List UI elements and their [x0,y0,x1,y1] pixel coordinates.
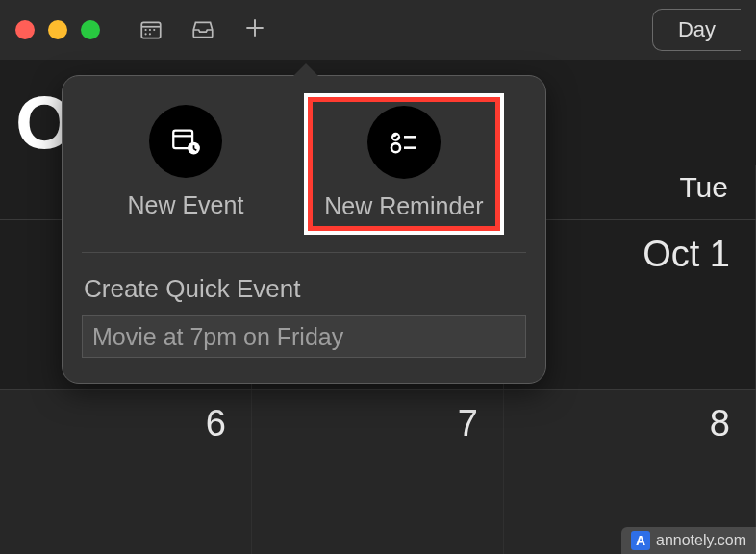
toolbar: Day [0,0,756,60]
inbox-icon[interactable] [190,17,215,42]
date-cell[interactable]: 6 [0,390,252,554]
new-event-label: New Event [127,191,243,219]
add-button[interactable] [242,15,267,44]
toolbar-icons [139,17,215,42]
calendars-icon[interactable] [139,17,164,42]
annotely-text: annotely.com [656,532,746,549]
reminder-list-icon [367,106,441,179]
window-controls [15,20,100,39]
svg-rect-0 [141,22,161,38]
new-reminder-label: New Reminder [324,192,483,220]
view-mode-day[interactable]: Day [652,9,741,51]
annotely-logo-icon: A [631,531,650,550]
new-reminder-button[interactable]: New Reminder [308,97,499,231]
new-event-button[interactable]: New Event [108,97,263,231]
annotely-watermark[interactable]: A annotely.com [621,527,756,554]
quick-event-input[interactable] [82,315,526,358]
calendar-event-icon [149,105,222,178]
close-window-button[interactable] [15,20,35,39]
popover-arrow [292,63,319,77]
date-cell[interactable]: 7 [252,390,504,554]
svg-point-16 [391,143,400,152]
quick-event-heading: Create Quick Event [82,274,526,304]
new-event-popover: New Event New Reminder Create Quick Even… [62,75,546,384]
popover-actions: New Event New Reminder [82,97,526,253]
minimize-window-button[interactable] [48,20,67,39]
popover-body: New Event New Reminder Create Quick Even… [62,75,546,384]
maximize-window-button[interactable] [81,20,100,39]
